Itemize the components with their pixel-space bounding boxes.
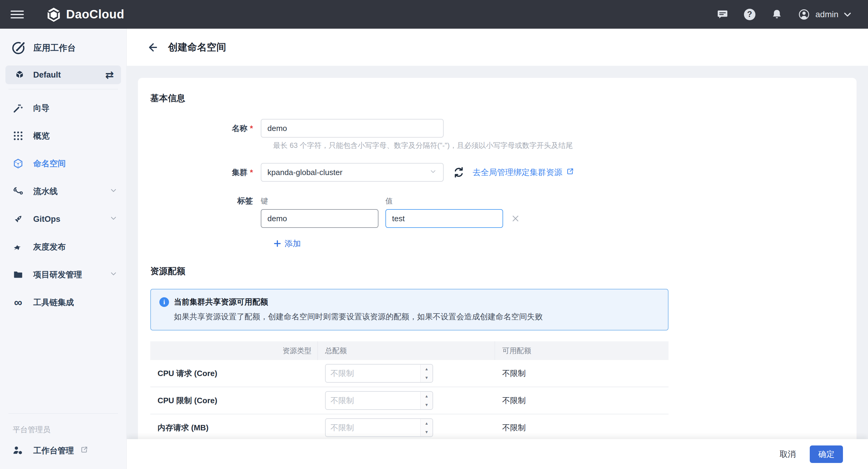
stepper-up-icon[interactable]: ▲ [421, 392, 433, 401]
grid-dots-icon [13, 130, 24, 141]
namespace-cube-icon [13, 158, 24, 169]
info-icon: i [159, 297, 169, 307]
sidebar-header-workbench[interactable]: 应用工作台 [0, 38, 126, 58]
plus-icon [273, 239, 282, 248]
topbar: DaoCloud ? admin [0, 0, 868, 29]
pen-circle-icon [11, 41, 26, 55]
brand-name: DaoCloud [66, 7, 124, 21]
section-resource-quota: 资源配额 [150, 265, 857, 277]
col-resource-type: 资源类型 [150, 341, 318, 360]
pipeline-icon [13, 186, 24, 197]
number-stepper[interactable]: ▲▼ [421, 392, 433, 409]
confirm-button[interactable]: 确定 [810, 445, 843, 463]
refresh-icon[interactable] [453, 166, 465, 178]
notice-title: 当前集群共享资源可用配额 [174, 297, 268, 307]
add-label-button[interactable]: 添加 [273, 238, 301, 249]
back-button[interactable] [146, 41, 160, 54]
table-row-cpu-limit: CPU 限制 (Core) ▲▼ 不限制 [150, 387, 669, 414]
label-key-input[interactable] [261, 209, 378, 228]
section-basic-info: 基本信息 [150, 92, 857, 104]
table-row-cpu-request: CPU 请求 (Core) ▲▼ 不限制 [150, 360, 669, 387]
sidebar-item-namespace[interactable]: 命名空间 [0, 150, 126, 178]
sidebar-item-gitops[interactable]: GitOps [0, 205, 126, 233]
chevron-down-icon [110, 214, 117, 224]
cpu-request-input[interactable]: ▲▼ [325, 364, 433, 383]
form-footer: 取消 确定 [127, 439, 868, 469]
platform-role-label: 平台管理员 [0, 414, 126, 438]
page-titlebar: 创建命名空间 [127, 29, 868, 66]
labels-label: 标签 [150, 195, 253, 206]
name-input[interactable] [261, 119, 444, 137]
external-link-icon [80, 445, 88, 456]
sidebar-item-overview[interactable]: 概览 [0, 122, 126, 150]
name-label: 名称* [150, 123, 253, 134]
table-row-memory-request: 内存请求 (MB) ▲▼ 不限制 [150, 414, 669, 441]
sidebar-divider [8, 89, 118, 89]
page-title: 创建命名空间 [168, 41, 226, 54]
daocloud-cube-icon [45, 6, 62, 23]
cluster-select[interactable]: kpanda-global-cluster [261, 163, 444, 182]
bind-cluster-resource-link[interactable]: 去全局管理绑定集群资源 [473, 167, 574, 178]
quota-notice: i 当前集群共享资源可用配额 如果共享资源设置了配额，创建命名空间时则需要设置该… [150, 289, 669, 331]
sidebar-item-pipeline[interactable]: 流水线 [0, 178, 126, 205]
infinity-icon: ∞ [13, 297, 24, 308]
help-icon[interactable]: ? [744, 8, 756, 21]
stepper-down-icon[interactable]: ▼ [421, 373, 433, 382]
wand-icon [13, 103, 24, 114]
number-stepper[interactable]: ▲▼ [421, 365, 433, 382]
cluster-label: 集群* [150, 167, 253, 178]
folder-icon [13, 269, 24, 280]
workspace-box-icon [14, 70, 25, 80]
remove-label-icon[interactable] [511, 214, 520, 223]
select-chevron-icon [429, 167, 437, 178]
workspace-name: Default [33, 70, 61, 80]
chevron-down-icon[interactable] [841, 8, 854, 21]
bell-icon[interactable] [771, 8, 783, 21]
form-card: 基本信息 名称* 最长 63 个字符，只能包含小写字母、数字及分隔符("-")，… [138, 78, 857, 469]
required-asterisk: * [250, 168, 253, 177]
chevron-down-icon [110, 187, 117, 196]
name-hint: 最长 63 个字符，只能包含小写字母、数字及分隔符("-")，且必须以小写字母或… [273, 140, 857, 150]
sidebar-item-gray-release[interactable]: 灰度发布 [0, 233, 126, 261]
required-asterisk: * [250, 124, 253, 133]
workspace-selector[interactable]: Default ⇄ [5, 65, 121, 84]
username: admin [815, 10, 838, 19]
cpu-limit-input[interactable]: ▲▼ [325, 391, 433, 410]
stepper-down-icon[interactable]: ▼ [421, 428, 433, 436]
switch-workspace-icon[interactable]: ⇄ [105, 70, 114, 80]
col-total-quota: 总配额 [318, 341, 495, 360]
chevron-down-icon [110, 270, 117, 280]
key-column-header: 键 [261, 196, 378, 206]
menu-icon[interactable] [10, 8, 24, 21]
stepper-up-icon[interactable]: ▲ [421, 365, 433, 373]
sidebar-item-workbench-manage[interactable]: 工作台管理 [0, 438, 126, 464]
cancel-button[interactable]: 取消 [772, 444, 803, 464]
value-column-header: 值 [385, 196, 503, 206]
user-box-icon [12, 445, 24, 456]
sidebar-item-toolchain[interactable]: ∞ 工具链集成 [0, 288, 126, 316]
bird-icon [13, 242, 24, 252]
sidebar-item-wizard[interactable]: 向导 [0, 94, 126, 122]
cluster-select-value: kpanda-global-cluster [268, 168, 343, 177]
stepper-down-icon[interactable]: ▼ [421, 401, 433, 409]
workbench-label: 应用工作台 [33, 42, 76, 54]
external-link-icon [566, 167, 574, 178]
number-stepper[interactable]: ▲▼ [421, 419, 433, 436]
rocket-icon [13, 214, 24, 224]
sidebar: 应用工作台 Default ⇄ 向导 概览 命名空间 流水线 [0, 29, 127, 469]
stepper-up-icon[interactable]: ▲ [421, 419, 433, 428]
quota-table-header: 资源类型 总配额 可用配额 [150, 341, 669, 360]
label-value-input[interactable] [385, 209, 503, 228]
avatar[interactable] [798, 8, 810, 21]
col-available-quota: 可用配额 [495, 346, 669, 355]
notice-body: 如果共享资源设置了配额，创建命名空间时则需要设置该资源的配额，如果不设置会造成创… [174, 311, 659, 322]
brand-logo: DaoCloud [45, 6, 124, 23]
main-content: 创建命名空间 基本信息 名称* 最长 63 个字符，只能包含小写字母、数字及分隔… [127, 29, 868, 469]
chat-icon[interactable] [716, 8, 728, 21]
sidebar-item-project-management[interactable]: 项目研发管理 [0, 261, 126, 288]
memory-request-input[interactable]: ▲▼ [325, 418, 433, 437]
